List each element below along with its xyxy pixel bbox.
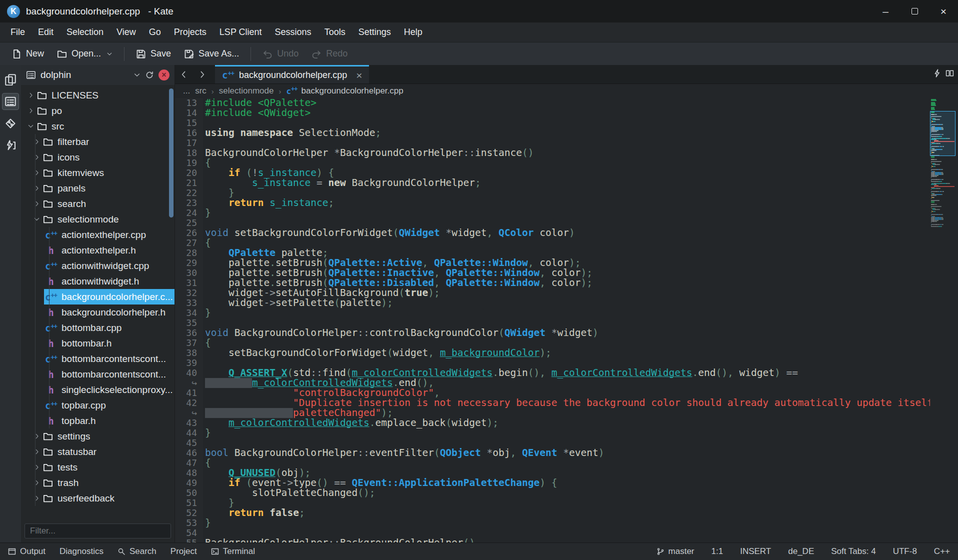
tree-item-po[interactable]: po (21, 103, 174, 118)
code-line-18[interactable]: 18BackgroundColorHelper *BackgroundColor… (175, 148, 958, 158)
project-filter-input[interactable] (24, 524, 171, 538)
code-line-15[interactable]: 15 (175, 118, 958, 128)
tree-scrollbar[interactable] (169, 88, 174, 218)
code-line-38[interactable]: 38 setBackgroundColorForWidget(widget, m… (175, 348, 958, 358)
sidebar-tool-project[interactable] (2, 93, 19, 110)
status-output[interactable]: Output (8, 546, 46, 556)
code-line-37[interactable]: 37{ (175, 338, 958, 348)
code-line-33[interactable]: 33 widget->setPalette(palette); (175, 298, 958, 308)
minimize-button[interactable]: – (871, 0, 900, 22)
project-reload-icon[interactable] (145, 70, 154, 80)
breadcrumb-segment-[interactable]: ... (183, 86, 190, 96)
chevron-right-icon[interactable] (31, 185, 42, 192)
code-line-31[interactable]: 31 palette.setBrush(QPalette::Disabled, … (175, 278, 958, 288)
code-line-35[interactable]: 35 (175, 318, 958, 328)
tree-item-src[interactable]: src (21, 118, 174, 134)
tree-item-bottombar-cpp[interactable]: c++bottombar.cpp (21, 320, 174, 336)
code-line-43[interactable]: 43 m_colorControlledWidgets.emplace_back… (175, 418, 958, 428)
status-soft-tabs-4[interactable]: Soft Tabs: 4 (831, 546, 876, 556)
tree-item-licenses[interactable]: LICENSES (21, 88, 174, 103)
code-line-42[interactable]: 42 "Duplicate insertion is not necessary… (175, 398, 958, 408)
tab-backgroundcolorhelper[interactable]: c++ backgroundcolorhelper.cpp × (215, 65, 369, 84)
code-line-45[interactable]: 45 (175, 438, 958, 448)
menu-file[interactable]: File (4, 24, 32, 40)
code-line-23[interactable]: 23 return s_instance; (175, 198, 958, 208)
chevron-right-icon[interactable] (25, 92, 36, 98)
code-line-51[interactable]: 51 } (175, 498, 958, 508)
code-line-27[interactable]: 27{ (175, 238, 958, 248)
tree-item-selectionmode[interactable]: selectionmode (21, 212, 174, 227)
breadcrumb-segment-src[interactable]: src (195, 86, 206, 96)
sidebar-tool-lsp-symbols[interactable] (2, 137, 19, 154)
status-de-de[interactable]: de_DE (788, 546, 814, 556)
maximize-button[interactable] (900, 0, 929, 22)
status-terminal[interactable]: Terminal (211, 546, 255, 556)
code-line-36[interactable]: 36void BackgroundColorHelper::controlBac… (175, 328, 958, 338)
code-line-28[interactable]: 28 QPalette palette; (175, 248, 958, 258)
code-line-49[interactable]: 49 if (event->type() == QEvent::Applicat… (175, 478, 958, 488)
code-line-30[interactable]: 30 palette.setBrush(QPalette::Inactive, … (175, 268, 958, 278)
tab-close-icon[interactable]: × (356, 70, 362, 80)
save-as-button[interactable]: Save As... (178, 44, 246, 63)
status-utf-8[interactable]: UTF-8 (893, 546, 917, 556)
sidebar-tool-documents[interactable] (2, 71, 19, 88)
tree-item-actiontexthelper-cpp[interactable]: c++actiontexthelper.cpp (21, 227, 174, 242)
menu-sessions[interactable]: Sessions (268, 24, 318, 40)
code-line-24[interactable]: 24} (175, 208, 958, 218)
code-line-48[interactable]: 48 Q_UNUSED(obj); (175, 468, 958, 478)
new-button[interactable]: New (5, 44, 50, 63)
chevron-right-icon[interactable] (31, 200, 42, 207)
code-line-16[interactable]: 16using namespace SelectionMode; (175, 128, 958, 138)
chevron-right-icon[interactable] (31, 448, 42, 455)
tree-item-bottombarcontentscont[interactable]: c++bottombarcontentscont... (21, 351, 174, 366)
tab-back-button[interactable] (175, 65, 193, 84)
menu-edit[interactable]: Edit (32, 24, 60, 40)
code-line-26[interactable]: 26void setBackgroundColorForWidget(QWidg… (175, 228, 958, 238)
code-line-21[interactable]: 21 s_instance = new BackgroundColorHelpe… (175, 178, 958, 188)
code-line-14[interactable]: 14#include <QWidget> (175, 108, 958, 118)
tab-forward-button[interactable] (193, 65, 211, 84)
tree-item-backgroundcolorhelper-c[interactable]: c++backgroundcolorhelper.c... (21, 289, 174, 304)
tree-item-trash[interactable]: trash (21, 475, 174, 490)
tree-item-singleclickselectionproxy[interactable]: hsingleclickselectionproxy... (21, 382, 174, 398)
minimap[interactable] (930, 99, 956, 542)
code-line-46[interactable]: 46bool BackgroundColorHelper::eventFilte… (175, 448, 958, 458)
status-master[interactable]: master (656, 546, 694, 556)
chevron-right-icon[interactable] (25, 108, 36, 114)
code-line-wrap[interactable]: ↪paletteChanged"); (175, 408, 958, 418)
close-button[interactable]: × (929, 0, 958, 22)
tree-item-actionwithwidget-cpp[interactable]: c++actionwithwidget.cpp (21, 258, 174, 274)
code-line-29[interactable]: 29 palette.setBrush(QPalette::Active, QP… (175, 258, 958, 268)
tree-item-filterbar[interactable]: filterbar (21, 134, 174, 150)
code-line-32[interactable]: 32 widget->setAutoFillBackground(true); (175, 288, 958, 298)
menu-help[interactable]: Help (398, 24, 429, 40)
chevron-right-icon[interactable] (31, 138, 42, 145)
code-line-22[interactable]: 22 } (175, 188, 958, 198)
code-line-53[interactable]: 53} (175, 518, 958, 528)
sidebar-tool-git[interactable] (2, 115, 19, 132)
chevron-right-icon[interactable] (31, 170, 42, 176)
code-area[interactable]: 13#include <QPalette>14#include <QWidget… (175, 98, 958, 542)
code-line-13[interactable]: 13#include <QPalette> (175, 98, 958, 108)
tree-item-actiontexthelper-h[interactable]: hactiontexthelper.h (21, 242, 174, 258)
tree-item-bottombar-h[interactable]: hbottombar.h (21, 336, 174, 351)
breadcrumb-current-file[interactable]: c++backgroundcolorhelper.cpp (286, 86, 403, 96)
tree-item-topbar-h[interactable]: htopbar.h (21, 413, 174, 428)
tree-item-userfeedback[interactable]: userfeedback (21, 490, 174, 506)
code-line-40[interactable]: 40 Q_ASSERT_X(std::find(m_colorControlle… (175, 368, 958, 378)
tree-item-bottombarcontentscont[interactable]: hbottombarcontentscont... (21, 366, 174, 382)
code-line-34[interactable]: 34} (175, 308, 958, 318)
menu-projects[interactable]: Projects (168, 24, 213, 40)
split-view-icon[interactable] (946, 69, 954, 80)
chevron-right-icon[interactable] (31, 480, 42, 486)
menu-selection[interactable]: Selection (60, 24, 110, 40)
code-line-41[interactable]: 41 "controlBackgroundColor", (175, 388, 958, 398)
code-line-55[interactable]: 55BackgroundColorHelper::BackgroundColor… (175, 538, 958, 542)
code-line-52[interactable]: 52 return false; (175, 508, 958, 518)
code-line-44[interactable]: 44} (175, 428, 958, 438)
quick-actions-icon[interactable] (933, 69, 942, 80)
chevron-right-icon[interactable] (31, 433, 42, 440)
tree-item-kitemviews[interactable]: kitemviews (21, 165, 174, 180)
chevron-right-icon[interactable] (31, 464, 42, 470)
menu-view[interactable]: View (110, 24, 142, 40)
